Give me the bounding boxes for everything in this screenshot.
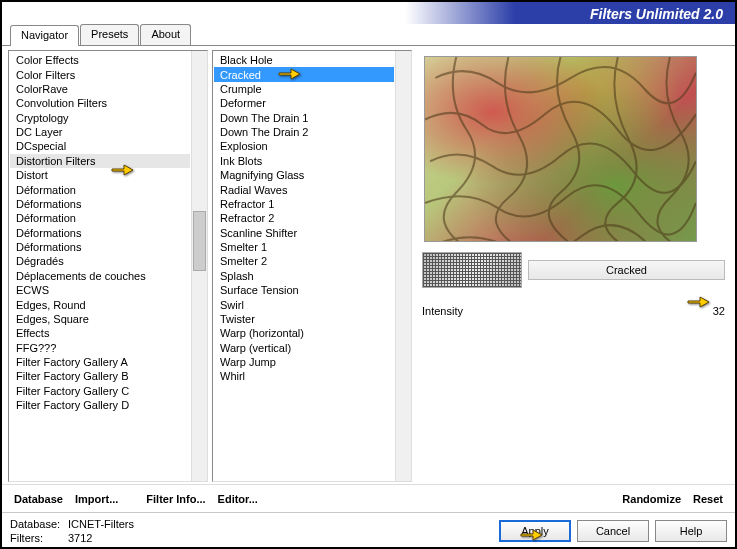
effect-item[interactable]: Warp Jump <box>214 355 394 369</box>
app-title: Filters Unlimited 2.0 <box>590 6 723 22</box>
filters-label: Filters: <box>10 531 68 545</box>
effect-item[interactable]: Scanline Shifter <box>214 226 394 240</box>
reset-button[interactable]: Reset <box>687 489 729 509</box>
effect-item[interactable]: Refractor 1 <box>214 197 394 211</box>
effect-item[interactable]: Whirl <box>214 369 394 383</box>
editor-button[interactable]: Editor... <box>212 489 264 509</box>
effect-item[interactable]: Surface Tension <box>214 283 394 297</box>
effect-name-label: Cracked <box>528 260 725 280</box>
intensity-slider-row: Intensity 32 <box>422 302 725 320</box>
category-item[interactable]: Cryptology <box>10 111 190 125</box>
tab-presets[interactable]: Presets <box>80 24 139 45</box>
category-item[interactable]: Déplacements de couches <box>10 269 190 283</box>
category-item[interactable]: Effects <box>10 326 190 340</box>
category-item[interactable]: Déformations <box>10 240 190 254</box>
category-item[interactable]: ECWS <box>10 283 190 297</box>
effect-scrollbar[interactable] <box>395 51 411 481</box>
effect-item[interactable]: Smelter 2 <box>214 254 394 268</box>
tab-bar: Navigator Presets About <box>2 24 735 46</box>
help-button[interactable]: Help <box>655 520 727 542</box>
category-item[interactable]: Déformation <box>10 182 190 196</box>
effect-item[interactable]: Down The Drain 1 <box>214 111 394 125</box>
category-item[interactable]: Filter Factory Gallery B <box>10 369 190 383</box>
db-value: ICNET-Filters <box>68 518 134 530</box>
category-item[interactable]: Distort <box>10 168 190 182</box>
category-scrollbar[interactable] <box>191 51 207 481</box>
effect-item[interactable]: Magnifying Glass <box>214 168 394 182</box>
toolbar: Database Import... Filter Info... Editor… <box>2 484 735 512</box>
effect-item[interactable]: Warp (horizontal) <box>214 326 394 340</box>
intensity-slider[interactable] <box>492 302 701 320</box>
filters-value: 3712 <box>68 532 92 544</box>
category-item[interactable]: Color Filters <box>10 67 190 81</box>
effect-item[interactable]: Twister <box>214 312 394 326</box>
preview-panel: Cracked Intensity 32 <box>416 50 729 482</box>
category-item[interactable]: Distortion Filters <box>10 154 190 168</box>
intensity-label: Intensity <box>422 305 492 317</box>
effect-item[interactable]: Ink Blots <box>214 154 394 168</box>
category-item[interactable]: Edges, Square <box>10 312 190 326</box>
effect-item[interactable]: Smelter 1 <box>214 240 394 254</box>
tab-navigator[interactable]: Navigator <box>10 25 79 46</box>
category-item[interactable]: Color Effects <box>10 53 190 67</box>
category-item[interactable]: DCspecial <box>10 139 190 153</box>
watermark-image <box>422 252 522 288</box>
title-bar: Filters Unlimited 2.0 <box>2 2 735 26</box>
category-item[interactable]: Déformations <box>10 197 190 211</box>
effect-header: Cracked <box>422 252 725 288</box>
effect-item[interactable]: Warp (vertical) <box>214 341 394 355</box>
effect-item[interactable]: Radial Waves <box>214 182 394 196</box>
db-label: Database: <box>10 517 68 531</box>
cancel-button[interactable]: Cancel <box>577 520 649 542</box>
effect-item[interactable]: Deformer <box>214 96 394 110</box>
category-item[interactable]: Dégradés <box>10 254 190 268</box>
effect-item[interactable]: Splash <box>214 269 394 283</box>
scroll-thumb[interactable] <box>193 211 206 271</box>
category-item[interactable]: Déformations <box>10 226 190 240</box>
category-item[interactable]: Filter Factory Gallery D <box>10 398 190 412</box>
randomize-button[interactable]: Randomize <box>616 489 687 509</box>
effect-item[interactable]: Swirl <box>214 297 394 311</box>
category-list[interactable]: Color EffectsColor FiltersColorRaveConvo… <box>8 50 208 482</box>
status-bar: Database:ICNET-Filters Filters:3712 Appl… <box>2 512 735 548</box>
effect-list[interactable]: Black HoleCrackedCrumpleDeformerDown The… <box>212 50 412 482</box>
main-panel: Color EffectsColor FiltersColorRaveConvo… <box>2 46 735 484</box>
effect-item[interactable]: Cracked <box>214 67 394 81</box>
effect-item[interactable]: Crumple <box>214 82 394 96</box>
import-button[interactable]: Import... <box>69 489 124 509</box>
preview-image <box>424 56 697 242</box>
category-item[interactable]: ColorRave <box>10 82 190 96</box>
category-item[interactable]: Convolution Filters <box>10 96 190 110</box>
category-item[interactable]: FFG??? <box>10 341 190 355</box>
filterinfo-button[interactable]: Filter Info... <box>140 489 211 509</box>
category-item[interactable]: Filter Factory Gallery A <box>10 355 190 369</box>
category-item[interactable]: Filter Factory Gallery C <box>10 384 190 398</box>
category-item[interactable]: Déformation <box>10 211 190 225</box>
status-info: Database:ICNET-Filters Filters:3712 <box>10 517 134 545</box>
intensity-value: 32 <box>701 305 725 317</box>
effect-item[interactable]: Black Hole <box>214 53 394 67</box>
effect-item[interactable]: Refractor 2 <box>214 211 394 225</box>
category-item[interactable]: DC Layer <box>10 125 190 139</box>
apply-button[interactable]: Apply <box>499 520 571 542</box>
category-item[interactable]: Edges, Round <box>10 297 190 311</box>
effect-item[interactable]: Down The Drain 2 <box>214 125 394 139</box>
effect-item[interactable]: Explosion <box>214 139 394 153</box>
database-button[interactable]: Database <box>8 489 69 509</box>
tab-about[interactable]: About <box>140 24 191 45</box>
